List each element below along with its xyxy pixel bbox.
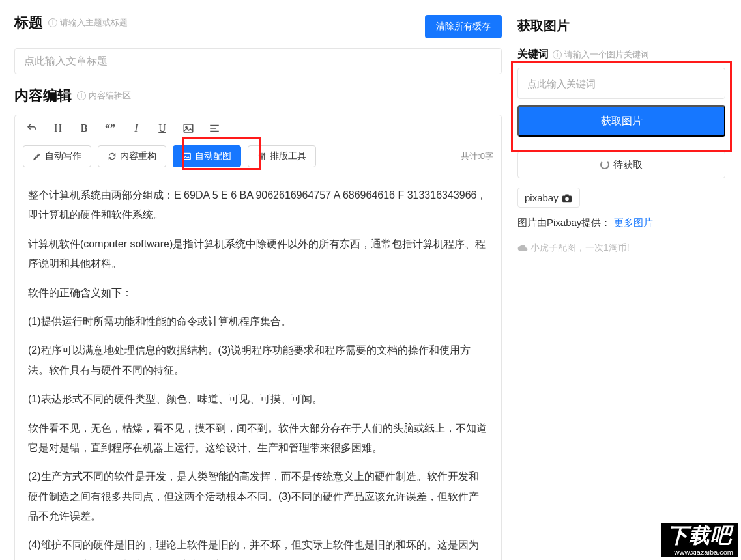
camera-icon bbox=[561, 193, 573, 203]
pending-status-button[interactable]: 待获取 bbox=[517, 151, 725, 178]
align-icon[interactable] bbox=[208, 122, 221, 135]
quote-icon[interactable]: “” bbox=[104, 122, 117, 135]
content-paragraph: 软件看不见，无色，枯燥，看不见，摸不到，闻不到。软件大部分存在于人们的头脑或纸上… bbox=[28, 419, 488, 458]
info-icon: i bbox=[553, 50, 562, 59]
get-image-button[interactable]: 获取图片 bbox=[517, 105, 725, 137]
cloud-icon bbox=[517, 244, 528, 253]
content-paragraph: (2)程序可以满意地处理信息的数据结构。(3)说明程序功能要求和程序需要的文档的… bbox=[28, 341, 488, 380]
italic-icon[interactable]: I bbox=[130, 122, 143, 135]
content-paragraph: 整个计算机系统由两部分组成：E 69DA 5 E 6 BA 9062616964… bbox=[28, 186, 488, 225]
pixabay-tag: pixabay bbox=[517, 188, 580, 208]
auto-image-button[interactable]: 自动配图 bbox=[173, 145, 241, 167]
spinner-icon bbox=[600, 160, 609, 169]
info-icon: i bbox=[77, 91, 86, 100]
content-paragraph: (4)维护不同的硬件是旧的，理论上软件是旧的，并不坏，但实际上软件也是旧的和坏的… bbox=[28, 535, 488, 560]
content-paragraph: (1)提供运行时所需功能和性能的命令或计算机程序集合。 bbox=[28, 312, 488, 331]
title-hint-text: 请输入主题或标题 bbox=[60, 17, 128, 29]
title-section-header: 标题 i 请输入主题或标题 bbox=[14, 13, 128, 33]
main-column: 标题 i 请输入主题或标题 清除所有缓存 内容编辑 i 内容编辑区 H B “”… bbox=[0, 0, 510, 560]
undo-icon[interactable] bbox=[25, 122, 38, 135]
article-title-input[interactable] bbox=[14, 48, 502, 74]
info-icon: i bbox=[48, 18, 57, 27]
keyword-hint: i 请输入一个图片关键词 bbox=[553, 49, 649, 61]
content-rebuild-button[interactable]: 内容重构 bbox=[98, 145, 166, 167]
editor-content[interactable]: 整个计算机系统由两部分组成：E 69DA 5 E 6 BA 9062616964… bbox=[15, 175, 501, 560]
right-heading: 获取图片 bbox=[517, 17, 725, 35]
bold-icon[interactable]: B bbox=[78, 122, 91, 135]
svg-rect-14 bbox=[565, 194, 569, 196]
source-line: 图片由Pixabay提供： 更多图片 bbox=[517, 217, 725, 229]
keyword-input[interactable] bbox=[517, 68, 725, 99]
heading-icon[interactable]: H bbox=[51, 122, 65, 135]
keyword-hint-text: 请输入一个图片关键词 bbox=[564, 49, 649, 61]
svg-rect-0 bbox=[184, 124, 193, 132]
clear-cache-button[interactable]: 清除所有缓存 bbox=[425, 15, 502, 38]
layout-tool-button[interactable]: 排版工具 bbox=[248, 145, 316, 167]
keyword-input-wrap: 获取图片 bbox=[517, 68, 725, 137]
keyword-label: 关键词 bbox=[517, 48, 549, 61]
footnote: 小虎子配图，一次1淘币! bbox=[517, 242, 725, 254]
underline-icon[interactable]: U bbox=[156, 122, 169, 135]
format-toolbar: H B “” I U bbox=[15, 115, 501, 141]
content-label: 内容编辑 bbox=[14, 86, 72, 105]
watermark: 下载吧 www.xiazaiba.com bbox=[661, 523, 738, 557]
word-counter: 共计:0字 bbox=[461, 150, 493, 162]
title-label: 标题 bbox=[14, 13, 43, 33]
editor-box: H B “” I U 自动写作 内容重构 自动配图 bbox=[14, 115, 502, 560]
content-paragraph: (1)表达形式不同的硬件类型、颜色、味道、可见、可摸、可闻。 bbox=[28, 389, 488, 409]
content-hint: i 内容编辑区 bbox=[77, 90, 131, 102]
action-toolbar: 自动写作 内容重构 自动配图 排版工具 共计:0字 bbox=[15, 141, 501, 175]
content-hint-text: 内容编辑区 bbox=[89, 90, 131, 102]
content-paragraph: 计算机软件(computer software)是指计算机系统中除硬件以外的所有… bbox=[28, 234, 488, 274]
title-hint: i 请输入主题或标题 bbox=[48, 17, 128, 29]
content-paragraph: (2)生产方式不同的软件是开发，是人类智能的高发挥，而不是传统意义上的硬件制造。… bbox=[28, 467, 488, 526]
content-paragraph: 软件的正确含义如下： bbox=[28, 283, 488, 303]
right-column: 获取图片 关键词 i 请输入一个图片关键词 获取图片 待获取 pixabay 图… bbox=[510, 0, 741, 560]
keyword-label-row: 关键词 i 请输入一个图片关键词 bbox=[517, 48, 725, 61]
more-images-link[interactable]: 更多图片 bbox=[614, 217, 653, 228]
content-section-header: 内容编辑 i 内容编辑区 bbox=[14, 86, 502, 105]
auto-write-button[interactable]: 自动写作 bbox=[23, 145, 91, 167]
svg-point-13 bbox=[565, 197, 569, 201]
title-header-row: 标题 i 请输入主题或标题 清除所有缓存 bbox=[14, 13, 502, 40]
image-icon[interactable] bbox=[182, 122, 195, 135]
